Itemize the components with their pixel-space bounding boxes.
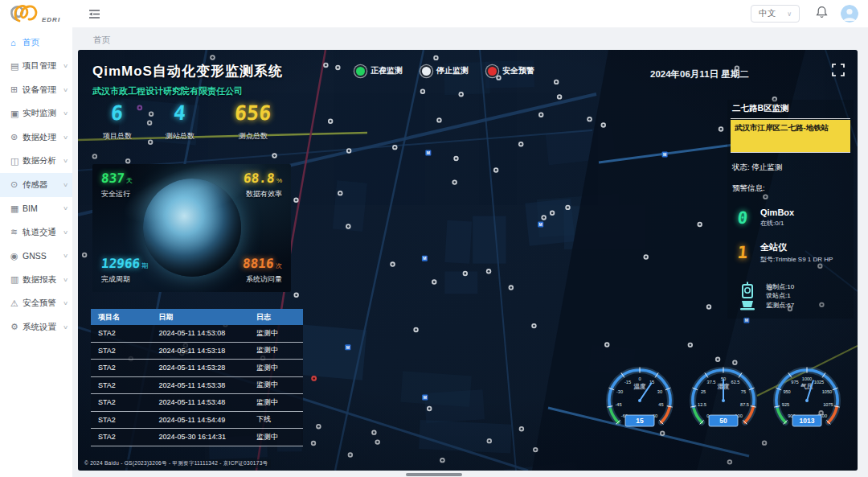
legend-label: 停止监测	[436, 65, 469, 76]
stat-测点总数: 656测点总数	[211, 103, 295, 142]
sidebar-item-label: GNSS	[23, 251, 47, 261]
table-cell: 2024-05-11 14:53:08	[158, 329, 256, 337]
legend-item: 正在监测	[356, 65, 403, 76]
stat-value: 6	[110, 103, 124, 124]
chevron-down-icon: ∨	[63, 63, 68, 69]
selected-site-item[interactable]: 武汉市江岸区二七路-地铁站	[731, 120, 850, 152]
device-count: 1	[731, 243, 754, 262]
sidebar-item-label: 轨道交通	[23, 227, 56, 238]
sidebar-item-home[interactable]: ⌂首页	[0, 31, 72, 55]
gauge-value: 15	[636, 417, 644, 425]
table-cell: 下线	[256, 414, 303, 425]
horizontal-scrollbar[interactable]	[406, 473, 462, 476]
station-stat: 控制点:10	[766, 282, 794, 292]
chevron-down-icon: ∨	[63, 300, 68, 306]
total-station-icon	[737, 282, 758, 310]
breadcrumb: 首页	[72, 27, 868, 50]
table-row[interactable]: STA22024-05-11 14:53:18监测中	[91, 343, 303, 360]
kpi-完成周期: 12966期完成周期	[101, 257, 148, 285]
svg-text:62.5: 62.5	[731, 380, 740, 384]
site-panel: 二七路B区监测 武汉市江岸区二七路-地铁站 状态: 停止监测 预警信息: 0Qi…	[727, 100, 854, 319]
site-panel-title: 二七路B区监测	[732, 103, 850, 114]
table-cell: 2024-05-11 14:53:18	[158, 347, 256, 355]
sidebar-item-sensor[interactable]: ⊙传感器∨	[0, 173, 72, 197]
language-select-value: 中文	[759, 8, 776, 19]
stat-项目总数: 6项目总数	[86, 103, 149, 142]
home-icon: ⌂	[10, 38, 23, 47]
legend-dot-icon	[422, 67, 431, 76]
sidebar-item-label: BIM	[23, 204, 38, 213]
svg-text:M: M	[745, 318, 748, 323]
table-row[interactable]: STA22024-05-30 16:14:31监测中	[91, 429, 303, 446]
table-row[interactable]: STA22024-05-11 14:54:49下线	[91, 412, 303, 430]
table-cell: 2024-05-11 14:53:28	[158, 364, 256, 372]
sidebar-item-rail[interactable]: ≋轨道交通∨	[0, 220, 72, 245]
table-col-header: 项目名	[91, 312, 158, 323]
brand-text: EDRI	[42, 16, 60, 23]
svg-text:M: M	[663, 152, 666, 157]
kpi-label: 完成周期	[101, 274, 148, 285]
table-cell: 监测中	[256, 380, 303, 390]
table-row[interactable]: STA22024-05-11 14:53:28监测中	[91, 360, 303, 377]
device-icon: ⊞	[10, 84, 23, 95]
sidebar-item-label: 传感器	[23, 179, 48, 191]
dashboard-map[interactable]: MMMMMMM QimMoS自动化变形监测系统 武汉市政工程设计研究院有限责任公…	[78, 50, 858, 471]
table-header: 项目名日期日志	[91, 309, 303, 325]
chevron-down-icon: ∨	[63, 87, 68, 93]
legend-dot-icon	[488, 67, 497, 76]
table-row[interactable]: STA22024-05-11 14:53:48监测中	[91, 394, 303, 412]
gauge-pressure: 90092595097510001025105010751100气压1013	[766, 362, 848, 442]
table-cell: 监测中	[256, 345, 303, 356]
sidebar-item-bim[interactable]: ▦BIM∨	[0, 197, 72, 221]
svg-text:1000: 1000	[802, 376, 812, 381]
sidebar-item-alert[interactable]: ⚠安全预警∨	[0, 292, 72, 316]
stat-测站总数: 4测站总数	[149, 103, 211, 142]
sidebar-item-device[interactable]: ⊞设备管理∨	[0, 78, 72, 102]
svg-text:-45: -45	[615, 402, 621, 407]
kpi-label: 数据有效率	[244, 189, 282, 199]
overview-panel: 837天安全运行68.8%数据有效率12966期完成周期8816次系统访问量	[92, 164, 291, 292]
table-row[interactable]: STA22024-05-11 14:53:38监测中	[91, 377, 303, 395]
kpi-unit: 次	[276, 262, 282, 269]
legend-dot-icon	[356, 67, 365, 76]
table-cell: 监测中	[256, 363, 303, 373]
kpi-value: 8816	[243, 257, 275, 270]
process-icon: ⊛	[10, 132, 23, 142]
svg-text:-15: -15	[624, 380, 631, 384]
table-col-header: 日期	[158, 312, 256, 323]
sidebar-item-label: 数据报表	[23, 274, 56, 286]
sidebar-item-analysis[interactable]: ◫数据分析∨	[0, 150, 72, 174]
gauge-temperature: -60-45-30-15015304560温度15	[599, 362, 681, 442]
notification-bell-icon[interactable]	[816, 6, 828, 22]
sidebar-item-gnss[interactable]: ◉GNSS∨	[0, 245, 72, 269]
stat-value: 656	[234, 103, 272, 124]
svg-text:925: 925	[782, 402, 789, 407]
language-select[interactable]: 中文 ∨	[751, 5, 800, 23]
svg-text:37.5: 37.5	[707, 380, 716, 384]
kpi-安全运行: 837天安全运行	[101, 171, 133, 199]
user-avatar[interactable]	[841, 5, 858, 23]
fullscreen-icon[interactable]	[832, 64, 845, 80]
table-cell: STA2	[91, 364, 158, 372]
table-row[interactable]: STA22024-05-11 14:53:08监测中	[91, 325, 303, 343]
svg-text:87.5: 87.5	[740, 402, 749, 407]
table-cell: 2024-05-11 14:53:48	[158, 398, 256, 406]
sidebar-collapse-icon[interactable]	[88, 9, 100, 19]
sidebar: ⌂首页▤项目管理∨⊞设备管理∨▣实时监测∨⊛数据处理∨◫数据分析∨⊙传感器∨▦B…	[0, 27, 72, 477]
table-cell: 监测中	[256, 432, 303, 442]
sidebar-item-project[interactable]: ▤项目管理∨	[0, 55, 72, 79]
sidebar-item-report[interactable]: ▥数据报表∨	[0, 268, 72, 292]
sidebar-item-label: 安全预警	[23, 298, 56, 309]
sidebar-item-label: 数据分析	[23, 155, 56, 167]
sidebar-item-processing[interactable]: ⊛数据处理∨	[0, 125, 72, 150]
sidebar-item-settings[interactable]: ⚙系统设置∨	[0, 315, 72, 339]
kpi-value: 12966	[100, 257, 141, 270]
sidebar-item-realtime[interactable]: ▣实时监测∨	[0, 102, 72, 126]
kpi-数据有效率: 68.8%数据有效率	[244, 171, 282, 199]
gauge-label: 温度	[633, 383, 647, 390]
table-cell: STA2	[91, 381, 158, 389]
kpi-系统访问量: 8816次系统访问量	[243, 257, 282, 285]
device-total-station: 1全站仪型号:Trimble S9 1 DR HP	[732, 241, 850, 264]
monitor-log-table[interactable]: 项目名日期日志 STA22024-05-11 14:53:08监测中STA220…	[91, 309, 303, 446]
kpi-unit: 天	[126, 177, 133, 184]
